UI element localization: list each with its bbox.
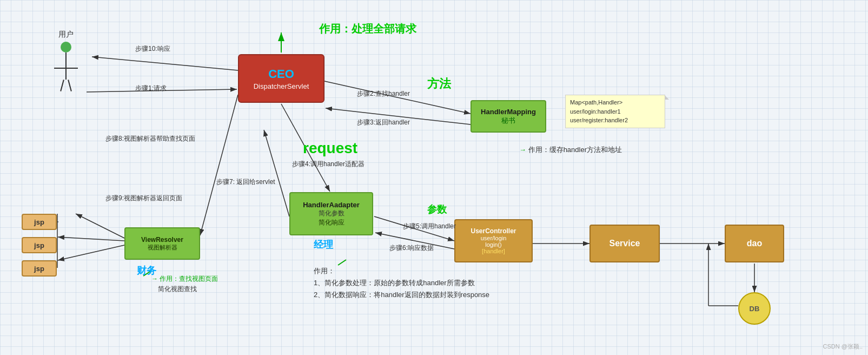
handler-adapter-role: 经理	[314, 238, 333, 251]
jsp-box-3: jsp	[22, 260, 57, 277]
diagram-container: 用户 CEO DispatcherServlet HandlerMapping …	[0, 0, 868, 355]
step3-label: 步骤3:返回handler	[357, 118, 410, 127]
view-resolver-title: ViewResolver	[141, 236, 183, 244]
user-torso	[65, 52, 67, 68]
step2-label: 步骤2:查找handler	[357, 89, 410, 98]
svg-line-3	[92, 57, 238, 70]
step10-label: 步骤10:响应	[135, 44, 170, 54]
user-controller-sub1: user/login	[481, 235, 507, 241]
note-line1: Map<path,Handler>	[570, 98, 660, 107]
handler-adapter-title: HandlerAadapter	[303, 201, 360, 209]
request-label: request	[303, 140, 357, 157]
handler-mapping-subtitle: 秘书	[501, 116, 515, 126]
method-label: 方法	[427, 76, 451, 92]
dao-box: dao	[725, 225, 784, 262]
svg-line-9	[76, 214, 124, 238]
handler-adapter-box: HandlerAadapter 简化参数 简化响应	[289, 192, 373, 235]
view-resolver-subtitle: 视图解析器	[148, 244, 177, 252]
user-circle	[61, 42, 71, 52]
watermark: CSDN @张颖..	[823, 343, 863, 351]
jsp-box-2: jsp	[22, 237, 57, 253]
handler-adapter-sub1: 简化参数	[319, 209, 344, 218]
vr-desc1: 作用：查找视图页面	[160, 275, 218, 282]
user-arms	[54, 68, 78, 69]
dispatcher-subtitle: DispatcherServlet	[254, 82, 309, 90]
dispatcher-title: CEO	[268, 67, 294, 81]
user-lower-torso	[65, 69, 67, 80]
handler-mapping-box: HandlerMapping 秘书	[471, 100, 546, 133]
jsp-label-3: jsp	[34, 265, 44, 273]
step5-label: 步骤5:调用handler	[403, 222, 456, 231]
step9-label: 步骤9:视图解析器返回页面	[105, 194, 182, 203]
dao-label: dao	[747, 239, 762, 248]
vr-desc2: 简化视图查找	[151, 284, 218, 294]
arrows-svg	[0, 0, 868, 355]
note-line3: user/register:handler2	[570, 116, 660, 125]
handler-adapter-role-desc: 作用： 1、简化参数处理：原始的参数转成handler所需参数 2、简化数据响应…	[314, 265, 489, 301]
user-controller-title: UserController	[471, 227, 516, 235]
view-resolver-role-desc: → 作用：查找视图页面 简化视图查找	[151, 274, 218, 294]
svg-line-24	[338, 260, 346, 265]
user-label: 用户	[58, 30, 74, 40]
handler-mapping-role: → 作用：缓存handler方法和地址	[519, 145, 622, 155]
ha-desc2: 2、简化数据响应：将handler返回的数据封装到response	[314, 289, 489, 301]
step8-label: 步骤8:视图解析器帮助查找页面	[105, 134, 195, 143]
handler-mapping-note: Map<path,Handler> user/login:handler1 us…	[565, 95, 665, 128]
handler-adapter-sub2: 简化响应	[319, 218, 344, 227]
user-controller-sub2: login()	[485, 241, 502, 248]
ha-desc1: 1、简化参数处理：原始的参数转成handler所需参数	[314, 277, 489, 289]
jsp-label-1: jsp	[34, 218, 44, 226]
handler-mapping-role-text: 作用：缓存handler方法和地址	[528, 146, 622, 154]
dispatcher-role-label: 作用：处理全部请求	[319, 22, 416, 36]
param-label: 参数	[427, 203, 447, 216]
step4-label: 步骤4:调用handler适配器	[292, 160, 365, 169]
svg-line-14	[264, 130, 289, 216]
ha-desc-title: 作用：	[314, 265, 489, 277]
handler-mapping-title: HandlerMapping	[481, 108, 536, 116]
user-figure: 用户	[54, 30, 78, 91]
svg-line-8	[200, 95, 238, 235]
step7-label: 步骤7: 返回给servlet	[216, 178, 275, 187]
step1-label: 步骤1:请求	[135, 84, 167, 93]
db-label: DB	[750, 305, 760, 313]
note-line2: user/login:handler1	[570, 107, 660, 116]
dispatcher-servlet-box: CEO DispatcherServlet	[238, 54, 324, 103]
jsp-box-1: jsp	[22, 214, 57, 230]
service-box: Service	[589, 225, 660, 262]
jsp-label-2: jsp	[34, 241, 44, 249]
user-legs	[62, 80, 70, 91]
db-circle: DB	[738, 292, 771, 325]
service-label: Service	[609, 239, 640, 248]
svg-line-11	[58, 245, 124, 260]
svg-line-10	[58, 237, 124, 241]
user-controller-box: UserController user/login login() [handl…	[454, 219, 533, 262]
user-controller-sub3: [handler]	[482, 248, 505, 254]
step6-label: 步骤6:响应数据	[389, 244, 434, 253]
view-resolver-box: ViewResolver 视图解析器	[124, 227, 200, 260]
